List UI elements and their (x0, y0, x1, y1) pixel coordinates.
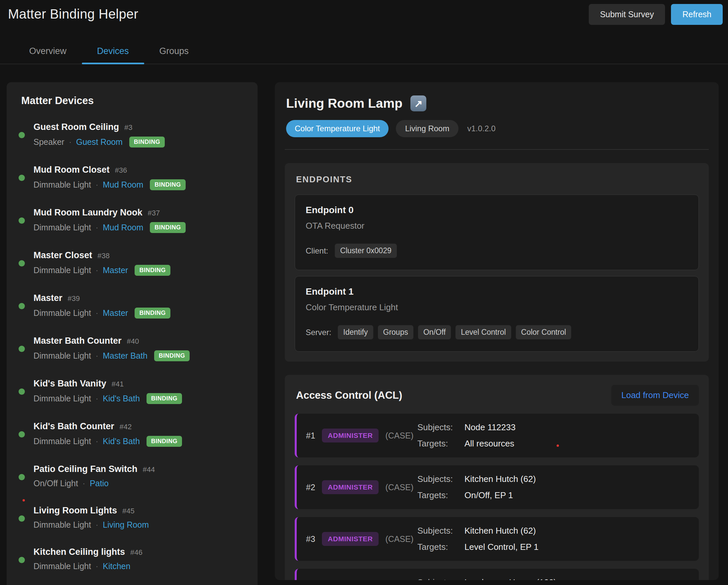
device-list-item[interactable]: Master Bath Counter #40 Dimmable Light ·… (19, 336, 246, 361)
dot-separator: · (96, 309, 98, 318)
device-room-link[interactable]: Patio (90, 479, 109, 488)
device-room-link[interactable]: Master (103, 265, 128, 275)
cluster-role-label: Client: (306, 246, 328, 256)
device-id: #37 (148, 209, 160, 217)
cluster-chip-list: IdentifyGroupsOn/OffLevel ControlColor C… (338, 325, 571, 339)
device-id: #45 (122, 507, 135, 515)
device-info: Kid's Bath Counter #42 Dimmable Light · … (33, 421, 182, 447)
device-name: Guest Room Ceiling (33, 122, 119, 132)
endpoint-name: Endpoint 0 (306, 205, 688, 215)
acl-subjects-label: Subjects: (417, 526, 464, 536)
cluster-chip-list: Cluster 0x0029 (335, 244, 397, 258)
device-list-item[interactable]: Mud Room Closet #36 Dimmable Light · Mud… (19, 165, 246, 190)
device-list-item[interactable]: Mud Room Laundry Nook #37 Dimmable Light… (19, 208, 246, 233)
online-status-dot (19, 132, 25, 138)
dot-separator: · (82, 479, 85, 488)
device-name: Patio Ceiling Fan Switch (33, 464, 137, 474)
open-external-icon[interactable]: ↗ (410, 96, 426, 111)
device-name: Kitchen Ceiling lights (33, 547, 125, 557)
acl-entry: #1 ADMINISTER (CASE) Subjects: Node 1122… (295, 414, 699, 457)
device-room-link[interactable]: Living Room (103, 520, 149, 530)
cluster-chip: Identify (338, 325, 373, 339)
device-type: Dimmable Light (33, 394, 91, 403)
device-list-item[interactable]: Kid's Bath Counter #42 Dimmable Light · … (19, 421, 246, 447)
device-list-item[interactable]: Living Room Lights #45 Dimmable Light · … (19, 505, 246, 530)
device-room-link[interactable]: Kid's Bath (103, 394, 140, 403)
devices-panel-title: Matter Devices (21, 95, 246, 107)
device-list-item[interactable]: Kid's Bath Vanity #41 Dimmable Light · K… (19, 378, 246, 404)
acl-subjects-label: Subjects: (417, 422, 464, 432)
refresh-button[interactable]: Refresh (671, 4, 723, 25)
device-type: Dimmable Light (33, 265, 91, 275)
acl-targets-label: Targets: (417, 490, 464, 501)
device-name: Mud Room Laundry Nook (33, 208, 142, 218)
device-room-link[interactable]: Master (103, 308, 128, 318)
device-type: Dimmable Light (33, 436, 91, 446)
acl-entry-index: #3 (306, 534, 315, 544)
acl-privilege-badge: ADMINISTER (322, 429, 379, 443)
binding-badge: BINDING (129, 137, 165, 148)
device-type-pill: Color Temperature Light (286, 120, 389, 137)
submit-survey-button[interactable]: Submit Survey (589, 4, 665, 25)
device-type: On/Off Light (33, 479, 78, 488)
cluster-chip: Cluster 0x0029 (335, 244, 397, 258)
device-room-link[interactable]: Kitchen (103, 561, 130, 571)
dot-separator: · (96, 562, 98, 571)
acl-subjects-label: Subjects: (417, 577, 464, 580)
cluster-chip: Level Control (456, 325, 511, 339)
device-list-item[interactable]: Master Closet #38 Dimmable Light · Maste… (19, 250, 246, 276)
tab[interactable]: Overview (14, 41, 82, 64)
binding-badge: BINDING (135, 308, 171, 319)
device-id: #44 (143, 466, 155, 474)
device-type: Dimmable Light (33, 180, 91, 190)
device-id: #39 (68, 294, 80, 303)
device-room-link[interactable]: Mud Room (103, 223, 143, 232)
cursor-artifact-dot (556, 445, 559, 447)
device-room-link[interactable]: Mud Room (103, 180, 143, 190)
acl-auth-mode: (CASE) (385, 483, 413, 492)
online-status-dot (19, 389, 25, 395)
device-list-item[interactable]: Guest Room Ceiling #3 Speaker · Guest Ro… (19, 122, 246, 148)
online-status-dot (19, 303, 25, 309)
online-status-dot (19, 515, 25, 522)
acl-auth-mode: (CASE) (385, 431, 413, 441)
device-id: #36 (115, 166, 127, 175)
online-status-dot (19, 175, 25, 181)
acl-section-title: Access Control (ACL) (296, 390, 402, 401)
device-id: #38 (98, 251, 110, 260)
device-detail-title: Living Room Lamp (286, 96, 402, 111)
device-type: Speaker (33, 137, 64, 147)
device-room-link[interactable]: Guest Room (76, 137, 122, 147)
tab[interactable]: Devices (82, 41, 144, 64)
device-info: Mud Room Laundry Nook #37 Dimmable Light… (33, 208, 186, 233)
device-info: Patio Ceiling Fan Switch #44 On/Off Ligh… (33, 464, 155, 488)
device-info: Mud Room Closet #36 Dimmable Light · Mud… (33, 165, 186, 190)
device-list-item[interactable]: Patio Ceiling Fan Switch #44 On/Off Ligh… (19, 464, 246, 488)
dot-separator: · (96, 352, 98, 360)
endpoint-type: OTA Requestor (306, 221, 688, 231)
device-list-item[interactable]: Master #39 Dimmable Light · Master BINDI… (19, 293, 246, 319)
acl-privilege-badge: ADMINISTER (322, 480, 379, 494)
device-list-item[interactable]: Kitchen Ceiling lights #46 Dimmable Ligh… (19, 547, 246, 571)
dot-separator: · (96, 266, 98, 275)
binding-badge: BINDING (154, 350, 190, 361)
device-room-link[interactable]: Kid's Bath (103, 436, 140, 446)
device-info: Master #39 Dimmable Light · Master BINDI… (33, 293, 171, 319)
dot-separator: · (96, 394, 98, 403)
app-header: Matter Binding Helper Submit Survey Refr… (0, 0, 728, 25)
endpoint-type: Color Temperature Light (306, 302, 688, 313)
device-type: Dimmable Light (33, 351, 91, 361)
acl-entry-index: #2 (306, 483, 315, 492)
cluster-chip: On/Off (418, 325, 451, 339)
device-id: #40 (127, 337, 139, 346)
device-room-link[interactable]: Master Bath (103, 351, 148, 361)
endpoint-list: Endpoint 0 OTA Requestor Client: Cluster… (295, 194, 699, 352)
device-list: Guest Room Ceiling #3 Speaker · Guest Ro… (19, 122, 246, 585)
acl-subjects-value: Landscape House (132) (464, 577, 556, 580)
dot-separator: · (96, 437, 98, 446)
binding-badge: BINDING (147, 436, 182, 447)
load-from-device-button[interactable]: Load from Device (611, 385, 699, 406)
dot-separator: · (96, 223, 98, 232)
tab[interactable]: Groups (144, 41, 204, 64)
endpoint-card: Endpoint 1 Color Temperature Light Serve… (295, 276, 699, 352)
